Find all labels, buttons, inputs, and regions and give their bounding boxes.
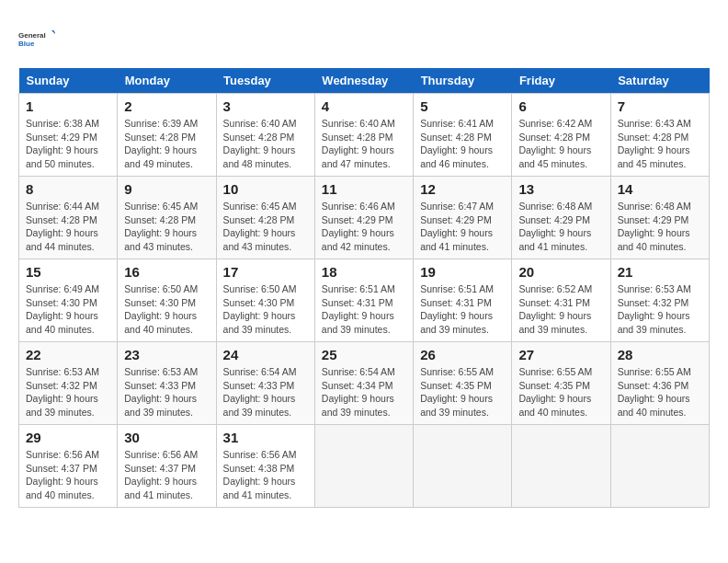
calendar-cell: 14 Sunrise: 6:48 AMSunset: 4:29 PMDaylig… — [610, 177, 709, 259]
calendar-cell — [414, 425, 512, 508]
day-info: Sunrise: 6:54 AMSunset: 4:33 PMDaylight:… — [223, 365, 308, 419]
calendar-cell: 13 Sunrise: 6:48 AMSunset: 4:29 PMDaylig… — [512, 177, 610, 259]
day-info: Sunrise: 6:50 AMSunset: 4:30 PMDaylight:… — [124, 282, 209, 337]
day-info: Sunrise: 6:42 AMSunset: 4:28 PMDaylight:… — [518, 117, 603, 171]
calendar-cell: 15 Sunrise: 6:49 AMSunset: 4:30 PMDaylig… — [19, 259, 118, 342]
calendar-cell — [610, 425, 709, 508]
calendar-cell: 7 Sunrise: 6:43 AMSunset: 4:28 PMDayligh… — [610, 94, 709, 177]
day-number: 28 — [618, 347, 702, 362]
calendar-day-header: Tuesday — [216, 68, 314, 94]
day-number: 29 — [26, 430, 110, 445]
day-number: 30 — [124, 430, 209, 445]
day-number: 4 — [322, 98, 406, 114]
day-number: 9 — [124, 181, 209, 197]
day-info: Sunrise: 6:40 AMSunset: 4:28 PMDaylight:… — [322, 117, 406, 171]
calendar-cell: 30 Sunrise: 6:56 AMSunset: 4:37 PMDaylig… — [118, 425, 216, 508]
day-info: Sunrise: 6:43 AMSunset: 4:28 PMDaylight:… — [618, 117, 702, 171]
calendar-week-row: 29 Sunrise: 6:56 AMSunset: 4:37 PMDaylig… — [19, 425, 710, 508]
calendar-cell: 22 Sunrise: 6:53 AMSunset: 4:32 PMDaylig… — [19, 342, 118, 425]
day-info: Sunrise: 6:53 AMSunset: 4:32 PMDaylight:… — [618, 282, 702, 337]
calendar-week-row: 8 Sunrise: 6:44 AMSunset: 4:28 PMDayligh… — [19, 177, 710, 259]
calendar-cell: 26 Sunrise: 6:55 AMSunset: 4:35 PMDaylig… — [414, 342, 512, 425]
day-number: 24 — [223, 347, 308, 362]
calendar-day-header: Saturday — [610, 68, 709, 94]
day-info: Sunrise: 6:45 AMSunset: 4:28 PMDaylight:… — [124, 200, 209, 254]
calendar-cell: 3 Sunrise: 6:40 AMSunset: 4:28 PMDayligh… — [216, 94, 314, 177]
day-number: 8 — [26, 181, 110, 197]
day-info: Sunrise: 6:55 AMSunset: 4:35 PMDaylight:… — [420, 365, 505, 419]
calendar-cell: 17 Sunrise: 6:50 AMSunset: 4:30 PMDaylig… — [216, 259, 314, 342]
calendar-cell: 2 Sunrise: 6:39 AMSunset: 4:28 PMDayligh… — [118, 94, 216, 177]
day-info: Sunrise: 6:51 AMSunset: 4:31 PMDaylight:… — [420, 282, 505, 337]
calendar-cell: 5 Sunrise: 6:41 AMSunset: 4:28 PMDayligh… — [414, 94, 512, 177]
day-number: 15 — [26, 264, 110, 280]
day-info: Sunrise: 6:48 AMSunset: 4:29 PMDaylight:… — [618, 200, 702, 254]
svg-marker-2 — [51, 30, 55, 35]
page-header: General Blue — [18, 18, 710, 59]
calendar-week-row: 15 Sunrise: 6:49 AMSunset: 4:30 PMDaylig… — [19, 259, 710, 342]
day-number: 23 — [124, 347, 209, 362]
day-number: 7 — [618, 98, 702, 114]
calendar-day-header: Sunday — [19, 68, 118, 94]
calendar-cell: 28 Sunrise: 6:55 AMSunset: 4:36 PMDaylig… — [610, 342, 709, 425]
calendar-cell — [314, 425, 413, 508]
calendar-header-row: SundayMondayTuesdayWednesdayThursdayFrid… — [19, 68, 710, 94]
day-info: Sunrise: 6:54 AMSunset: 4:34 PMDaylight:… — [322, 365, 406, 419]
calendar-cell: 6 Sunrise: 6:42 AMSunset: 4:28 PMDayligh… — [512, 94, 610, 177]
calendar-cell: 29 Sunrise: 6:56 AMSunset: 4:37 PMDaylig… — [19, 425, 118, 508]
day-info: Sunrise: 6:50 AMSunset: 4:30 PMDaylight:… — [223, 282, 308, 337]
day-number: 1 — [26, 98, 110, 114]
calendar-cell: 1 Sunrise: 6:38 AMSunset: 4:29 PMDayligh… — [19, 94, 118, 177]
day-number: 14 — [618, 181, 702, 197]
day-number: 22 — [26, 347, 110, 362]
day-number: 13 — [518, 181, 603, 197]
day-number: 2 — [124, 98, 209, 114]
day-number: 27 — [518, 347, 603, 362]
day-info: Sunrise: 6:47 AMSunset: 4:29 PMDaylight:… — [420, 200, 505, 254]
calendar-cell: 18 Sunrise: 6:51 AMSunset: 4:31 PMDaylig… — [314, 259, 413, 342]
svg-text:Blue: Blue — [18, 40, 35, 48]
calendar-day-header: Friday — [512, 68, 610, 94]
calendar-table: SundayMondayTuesdayWednesdayThursdayFrid… — [18, 68, 710, 508]
day-number: 26 — [420, 347, 505, 362]
day-info: Sunrise: 6:38 AMSunset: 4:29 PMDaylight:… — [26, 117, 110, 171]
calendar-cell: 10 Sunrise: 6:45 AMSunset: 4:28 PMDaylig… — [216, 177, 314, 259]
calendar-cell: 19 Sunrise: 6:51 AMSunset: 4:31 PMDaylig… — [414, 259, 512, 342]
day-info: Sunrise: 6:53 AMSunset: 4:32 PMDaylight:… — [26, 365, 110, 419]
calendar-cell: 11 Sunrise: 6:46 AMSunset: 4:29 PMDaylig… — [314, 177, 413, 259]
calendar-cell: 4 Sunrise: 6:40 AMSunset: 4:28 PMDayligh… — [314, 94, 413, 177]
day-info: Sunrise: 6:53 AMSunset: 4:33 PMDaylight:… — [124, 365, 209, 419]
day-info: Sunrise: 6:56 AMSunset: 4:38 PMDaylight:… — [223, 448, 308, 502]
calendar-cell: 9 Sunrise: 6:45 AMSunset: 4:28 PMDayligh… — [118, 177, 216, 259]
calendar-day-header: Wednesday — [314, 68, 413, 94]
day-number: 10 — [223, 181, 308, 197]
day-number: 20 — [518, 264, 603, 280]
calendar-cell: 31 Sunrise: 6:56 AMSunset: 4:38 PMDaylig… — [216, 425, 314, 508]
calendar-cell: 27 Sunrise: 6:55 AMSunset: 4:35 PMDaylig… — [512, 342, 610, 425]
svg-text:General: General — [18, 31, 46, 40]
calendar-cell: 24 Sunrise: 6:54 AMSunset: 4:33 PMDaylig… — [216, 342, 314, 425]
day-number: 17 — [223, 264, 308, 280]
calendar-week-row: 1 Sunrise: 6:38 AMSunset: 4:29 PMDayligh… — [19, 94, 710, 177]
calendar-cell: 16 Sunrise: 6:50 AMSunset: 4:30 PMDaylig… — [118, 259, 216, 342]
calendar-day-header: Monday — [118, 68, 216, 94]
day-number: 18 — [322, 264, 406, 280]
calendar-cell: 12 Sunrise: 6:47 AMSunset: 4:29 PMDaylig… — [414, 177, 512, 259]
calendar-cell: 23 Sunrise: 6:53 AMSunset: 4:33 PMDaylig… — [118, 342, 216, 425]
day-info: Sunrise: 6:41 AMSunset: 4:28 PMDaylight:… — [420, 117, 505, 171]
calendar-cell — [512, 425, 610, 508]
day-info: Sunrise: 6:55 AMSunset: 4:36 PMDaylight:… — [618, 365, 702, 419]
day-number: 6 — [518, 98, 603, 114]
logo: General Blue — [18, 18, 55, 59]
day-number: 12 — [420, 181, 505, 197]
day-info: Sunrise: 6:45 AMSunset: 4:28 PMDaylight:… — [223, 200, 308, 254]
day-number: 16 — [124, 264, 209, 280]
calendar-cell: 21 Sunrise: 6:53 AMSunset: 4:32 PMDaylig… — [610, 259, 709, 342]
logo-svg: General Blue — [18, 18, 55, 59]
day-info: Sunrise: 6:55 AMSunset: 4:35 PMDaylight:… — [518, 365, 603, 419]
day-info: Sunrise: 6:49 AMSunset: 4:30 PMDaylight:… — [26, 282, 110, 337]
calendar-cell: 8 Sunrise: 6:44 AMSunset: 4:28 PMDayligh… — [19, 177, 118, 259]
day-info: Sunrise: 6:56 AMSunset: 4:37 PMDaylight:… — [124, 448, 209, 502]
day-number: 3 — [223, 98, 308, 114]
day-info: Sunrise: 6:51 AMSunset: 4:31 PMDaylight:… — [322, 282, 406, 337]
